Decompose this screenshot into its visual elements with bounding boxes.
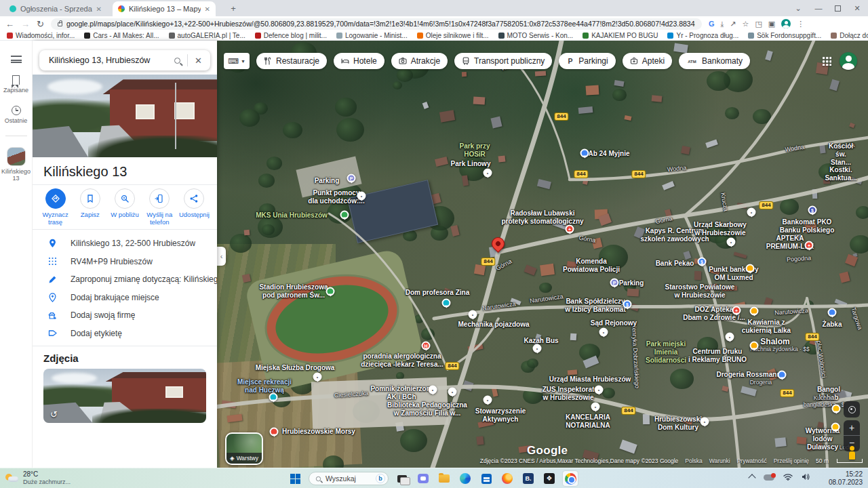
taskbar-search[interactable]: Wyszukaj b [309, 472, 389, 485]
bookmark-item[interactable]: autoGALERIA.pl | Te... [169, 32, 245, 39]
map-label[interactable]: Dom profesora Zina [406, 289, 469, 297]
footer-link-feedback[interactable]: Prześlij opinię [774, 458, 809, 464]
action-share[interactable]: Udostępnij [177, 188, 212, 226]
action-phone[interactable]: Wyślij na telefon [142, 188, 177, 226]
map-pin[interactable] [326, 287, 335, 296]
map-chip-parking[interactable]: PParkingi [559, 53, 615, 69]
zoom-in-button[interactable]: + [844, 420, 860, 435]
map-pin[interactable]: H [422, 342, 431, 350]
map-label[interactable]: Hrubieszowskie Morsy [282, 428, 355, 436]
map-pin[interactable] [580, 149, 589, 158]
map-label[interactable]: Radosław Lubawski protetyk stomatologicz… [501, 209, 583, 226]
search-input[interactable] [39, 56, 174, 65]
map-pin[interactable]: • [595, 386, 604, 394]
map-label[interactable]: Shalom [760, 337, 789, 346]
map-pin[interactable]: • [484, 396, 492, 405]
action-nearby[interactable]: W pobliżu [107, 188, 142, 226]
map-label[interactable]: Kościół św. Stan... Kostki. Sanktua... [825, 142, 856, 182]
rail-item-recent[interactable]: Ostatnie [0, 106, 32, 124]
keyboard-toggle-button[interactable]: ⌨▼ [224, 53, 250, 69]
map-pin[interactable] [269, 393, 278, 402]
bookmark-item[interactable]: Sök Fordonsuppgift... [748, 32, 821, 39]
bookmark-item[interactable]: Wiadomości, infor... [7, 32, 75, 39]
map-pin[interactable]: • [448, 388, 457, 396]
map-pin[interactable]: • [599, 328, 608, 337]
map-pin[interactable] [442, 299, 451, 308]
map-pin[interactable] [778, 371, 787, 380]
start-button[interactable] [288, 471, 302, 486]
map-chip-attraction[interactable]: Atrakcje [391, 53, 448, 69]
bookmark-item[interactable]: Cars - All Makes: All... [84, 32, 159, 39]
detail-row-tag[interactable]: Dodaj etykietę [33, 325, 217, 343]
back-button[interactable]: ← [5, 19, 14, 29]
bookmark-item[interactable]: Logowanie - Minist... [336, 32, 408, 39]
tab-close-icon[interactable]: ✕ [205, 5, 210, 13]
share-icon[interactable]: ↗ [730, 20, 736, 28]
bookmark-item[interactable]: Oleje silnikowe i filt... [417, 32, 489, 39]
map-label[interactable]: Miejska Służba Drogowa [256, 364, 335, 372]
map-pin[interactable]: • [727, 238, 736, 247]
map-pin[interactable]: • [726, 333, 734, 342]
layers-button[interactable]: ◈ Warstwy [225, 432, 263, 465]
map-pin[interactable] [746, 264, 755, 273]
map-label[interactable]: Urząd Miasta Hrubieszów [549, 375, 631, 384]
footer-link-terms[interactable]: Warunki [709, 458, 730, 464]
bookmark-star-icon[interactable]: ☆ [743, 20, 749, 28]
action-directions[interactable]: Wyznacz trasę [38, 188, 73, 226]
map-pin[interactable]: • [469, 310, 477, 319]
wifi-icon[interactable] [783, 473, 793, 481]
map-chip-atm[interactable]: ATMBankomaty [679, 53, 750, 69]
map-canvas[interactable]: WesołaWodnaWodnaWodnaGórnaGórnaGórnaNaru… [217, 41, 868, 468]
bookmark-item[interactable]: Defence blog | milit... [255, 32, 327, 39]
tab-search-icon[interactable]: ⌄ [794, 4, 802, 13]
map-pin[interactable] [340, 211, 349, 220]
reload-button[interactable]: ↻ [37, 19, 44, 29]
rail-place-thumbnail[interactable] [7, 147, 26, 166]
action-bookmark[interactable]: Zapisz [73, 188, 107, 226]
map-pin[interactable]: P [347, 174, 356, 183]
maximize-button[interactable] [835, 5, 841, 12]
dropbox-button[interactable]: ❖ [542, 471, 557, 486]
map-pin[interactable]: + [732, 306, 741, 315]
panel-collapse-button[interactable]: ‹ [217, 247, 226, 266]
map-label[interactable]: Starostwo Powiatowe w Hrubieszowie [665, 283, 735, 300]
map-chip-transit[interactable]: Transport publiczny [454, 53, 552, 69]
map-label[interactable]: Drogeria Rossmann [716, 371, 781, 379]
google-apps-grid-icon[interactable] [822, 56, 831, 66]
map-label[interactable]: Komenda Powiatowa Policji [563, 258, 620, 274]
search-clear-icon[interactable]: ✕ [195, 56, 202, 66]
bookmark-item[interactable]: KAJAKIEM PO BUGU [583, 32, 658, 39]
map-pin[interactable]: P [610, 279, 619, 287]
account-avatar[interactable] [840, 52, 857, 70]
my-location-button[interactable] [844, 401, 860, 418]
map-pin[interactable] [832, 405, 841, 413]
map-label[interactable]: Bank Pekao [656, 260, 694, 268]
detail-row-addplace[interactable]: Dodaj brakujące miejsce [33, 289, 217, 307]
install-icon[interactable]: ⤓ [720, 20, 724, 28]
map-pin[interactable]: • [429, 386, 437, 394]
map-chip-restaurant[interactable]: Restauracje [256, 53, 327, 69]
address-bar[interactable]: google.pl/maps/place/Kilińskiego+13,+22-… [51, 18, 702, 30]
map-pin[interactable]: • [701, 418, 709, 426]
tray-chevron-icon[interactable] [748, 474, 755, 481]
map-label[interactable]: Park Linowy [451, 160, 491, 168]
new-tab-button[interactable]: + [228, 3, 239, 14]
map-pin[interactable] [750, 307, 759, 316]
browser-tab-2-active[interactable]: Kilińskiego 13 – Mapy Google ✕ [113, 1, 216, 16]
google-translate-icon[interactable]: G [709, 20, 715, 28]
map-pin[interactable]: + [566, 225, 574, 234]
map-label[interactable]: Punkt pomocy dla uchodźców:... [308, 189, 364, 205]
rail-item-saved[interactable]: Zapisane [0, 75, 32, 94]
search-icon[interactable] [174, 58, 180, 64]
map-label[interactable]: Wytwórnia lodów Dulawscy [800, 427, 846, 451]
browser-profile-avatar[interactable] [781, 19, 791, 28]
map-pin[interactable]: + [805, 241, 814, 250]
map-label[interactable]: Centrum Druku i Reklamy BRUNO [688, 348, 747, 364]
map-label[interactable]: Parking [315, 177, 340, 185]
map-pin[interactable] [831, 423, 840, 432]
map-pin[interactable]: $ [698, 258, 707, 266]
close-button[interactable]: ✕ [853, 4, 861, 13]
map-pin[interactable]: • [591, 403, 600, 411]
place-header-photo[interactable] [33, 75, 217, 157]
map-pin[interactable]: • [747, 208, 756, 217]
